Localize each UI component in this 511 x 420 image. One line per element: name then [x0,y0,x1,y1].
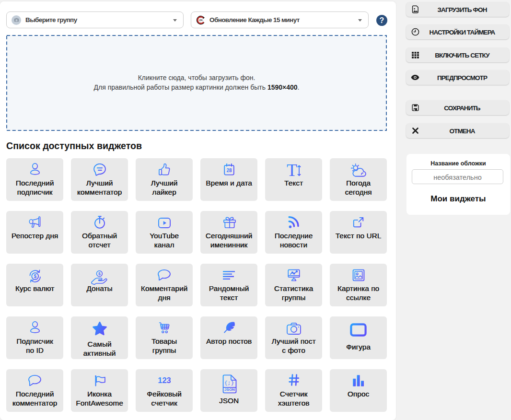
svg-text:24: 24 [199,19,203,22]
